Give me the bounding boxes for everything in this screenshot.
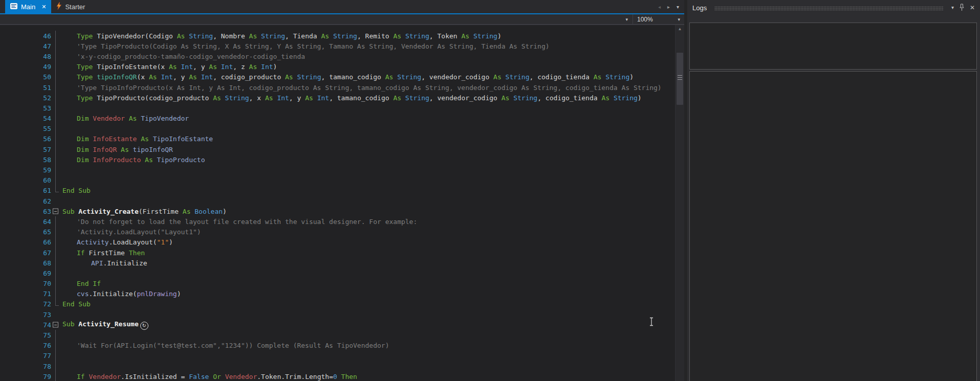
- close-icon[interactable]: ✕: [970, 5, 975, 11]
- code-line: 66Activity.LoadLayout("1"): [0, 237, 676, 248]
- code-line: 56Dim InfoEstante As TipoInfoEstante: [0, 134, 676, 144]
- code-text: Sub Activity_Resume↻: [60, 320, 148, 330]
- fold-column: [51, 279, 60, 289]
- scroll-up-icon[interactable]: ▲: [676, 25, 684, 33]
- fold-column: [51, 114, 60, 124]
- member-selector-combobox[interactable]: ▾: [0, 14, 633, 24]
- logs-panel: Logs ▾ ✕: [687, 0, 980, 381]
- fold-column: [51, 196, 60, 206]
- code-line: 49Type TipoInfoEstante(x As Int, y As In…: [0, 62, 676, 72]
- code-line: 64'Do not forget to load the layout file…: [0, 216, 676, 227]
- code-line: 47'Type TipoProducto(Codigo As String, X…: [0, 41, 676, 51]
- zoom-combobox[interactable]: 100% ▾: [633, 14, 684, 24]
- line-number: 51: [0, 84, 51, 92]
- scrollbar-thumb[interactable]: [677, 53, 683, 105]
- code-lines: 46Type TipoVendedor(Codigo As String, No…: [0, 25, 676, 381]
- line-number: 57: [0, 146, 51, 153]
- line-number: 70: [0, 280, 51, 287]
- code-text: cvs.Initialize(pnlDrawing): [60, 290, 181, 298]
- code-line: 72End Sub: [0, 299, 676, 309]
- code-text: End Sub: [60, 300, 91, 308]
- code-editor[interactable]: 46Type TipoVendedor(Codigo As String, No…: [0, 25, 684, 381]
- code-line: 53: [0, 103, 676, 113]
- code-text: Dim InfoEstante As TipoInfoEstante: [60, 135, 213, 143]
- collapse-box-icon[interactable]: −: [53, 322, 58, 328]
- collapse-box-icon[interactable]: −: [53, 209, 58, 214]
- fold-column: [51, 299, 60, 309]
- tab-main[interactable]: Main ✕: [5, 0, 51, 13]
- code-line: 63−Sub Activity_Create(FirstTime As Bool…: [0, 206, 676, 216]
- tab-starter[interactable]: Starter: [51, 0, 90, 13]
- code-text: End Sub: [60, 187, 91, 194]
- panel-drag-grip[interactable]: [714, 6, 944, 11]
- code-line: 51'Type TipoInfoProducto(x As Int, y As …: [0, 82, 676, 93]
- code-line: 68API.Initialize: [0, 258, 676, 268]
- fold-column: [51, 144, 60, 154]
- line-number: 60: [0, 176, 51, 184]
- nav-back-icon[interactable]: ◂: [658, 4, 661, 10]
- code-text: Type tipoInfoQR(x As Int, y As Int, codi…: [60, 73, 634, 81]
- fold-column: [51, 175, 60, 186]
- logs-title: Logs: [692, 4, 707, 12]
- fold-column: [51, 351, 60, 361]
- line-number: 52: [0, 94, 51, 102]
- line-number: 66: [0, 238, 51, 246]
- code-text: Dim Vendedor As TipoVendedor: [60, 115, 189, 122]
- code-text: If FirstTime Then: [60, 249, 145, 257]
- code-line: 65'Activity.LoadLayout("Layout1"): [0, 227, 676, 237]
- chevron-down-icon: ▾: [625, 17, 628, 22]
- code-line: 74−Sub Activity_Resume↻: [0, 320, 676, 330]
- line-number: 77: [0, 352, 51, 360]
- line-number: 79: [0, 373, 51, 380]
- tab-list-dropdown-icon[interactable]: ▾: [677, 4, 679, 10]
- code-text: If Vendedor.IsInitialized = False Or Ven…: [60, 373, 357, 380]
- tab-main-label: Main: [21, 3, 35, 11]
- zoom-value: 100%: [637, 16, 653, 23]
- fold-column: [51, 268, 60, 278]
- line-number: 68: [0, 259, 51, 267]
- line-number: 53: [0, 104, 51, 112]
- code-line: 50Type tipoInfoQR(x As Int, y As Int, co…: [0, 72, 676, 82]
- ide-window: Main ✕ Starter ◂ ▸ ▾ ▾: [0, 0, 980, 381]
- line-number: 55: [0, 125, 51, 132]
- line-number: 48: [0, 53, 51, 60]
- code-line: 58Dim InfoProducto As TipoProducto: [0, 154, 676, 165]
- code-line: 78: [0, 361, 676, 371]
- panel-menu-chevron-icon[interactable]: ▾: [951, 5, 954, 10]
- fold-column: [51, 51, 60, 61]
- nav-forward-icon[interactable]: ▸: [667, 4, 670, 10]
- code-line: 71cvs.Initialize(pnlDrawing): [0, 289, 676, 299]
- tab-starter-label: Starter: [65, 3, 85, 11]
- line-number: 63: [0, 208, 51, 215]
- fold-column: [51, 31, 60, 41]
- fold-column: −: [51, 320, 60, 330]
- editor-toolbar: ▾ 100% ▾: [0, 14, 684, 25]
- line-number: 46: [0, 32, 51, 40]
- code-text: 'x-y-codigo_producto-tamaño-codigo_vende…: [60, 53, 305, 60]
- fold-column: [51, 309, 60, 320]
- code-text: Dim InfoQR As tipoInfoQR: [60, 146, 173, 153]
- fold-column: [51, 41, 60, 51]
- line-number: 50: [0, 73, 51, 81]
- code-line: 75: [0, 330, 676, 340]
- fold-column: [51, 103, 60, 113]
- code-line: 69: [0, 268, 676, 278]
- fold-column: [51, 62, 60, 72]
- line-number: 64: [0, 218, 51, 226]
- pin-icon[interactable]: [959, 4, 965, 12]
- line-number: 71: [0, 290, 51, 298]
- close-icon[interactable]: ✕: [41, 4, 46, 10]
- fold-column: [51, 341, 60, 351]
- vertical-scrollbar[interactable]: ▲: [675, 25, 684, 381]
- fold-column: [51, 165, 60, 175]
- code-text: Sub Activity_Create(FirstTime As Boolean…: [60, 208, 227, 215]
- fold-column: [51, 330, 60, 340]
- code-line: 54Dim Vendedor As TipoVendedor: [0, 114, 676, 124]
- line-number: 69: [0, 270, 51, 277]
- module-tab-bar: Main ✕ Starter ◂ ▸ ▾: [0, 0, 684, 13]
- code-text: API.Initialize: [60, 259, 147, 267]
- editor-pane: Main ✕ Starter ◂ ▸ ▾ ▾: [0, 0, 684, 381]
- logs-output-area: [689, 23, 977, 70]
- fold-column: [51, 154, 60, 165]
- fold-column: [51, 258, 60, 268]
